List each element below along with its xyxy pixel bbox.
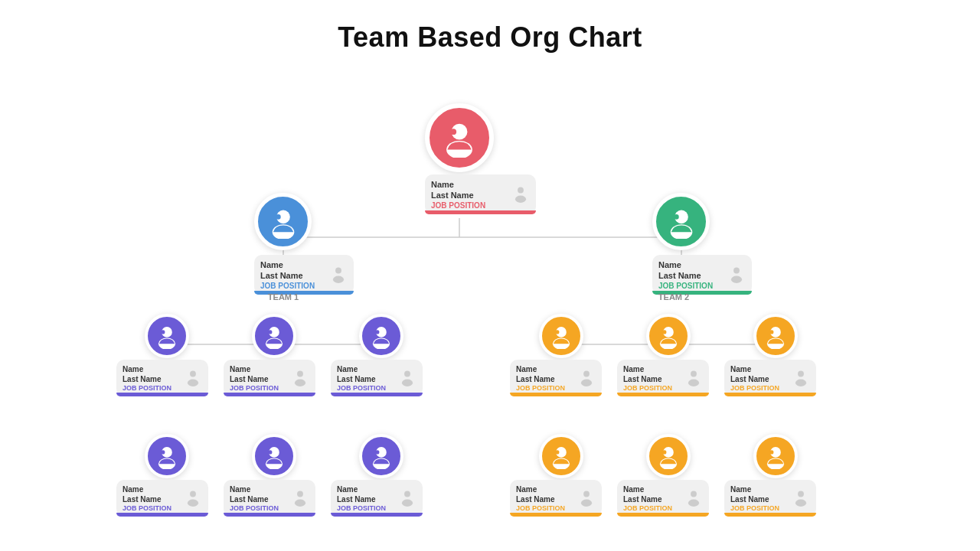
svg-point-60 <box>295 500 305 507</box>
svg-point-33 <box>674 214 679 220</box>
avatar-t2r1m3 <box>753 314 798 358</box>
svg-point-28 <box>276 214 281 220</box>
page-title: Team Based Org Chart <box>0 0 980 61</box>
avatar-t1r1m3 <box>359 314 403 358</box>
svg-point-49 <box>404 371 410 377</box>
svg-point-73 <box>662 330 666 334</box>
svg-point-79 <box>798 371 804 377</box>
svg-point-45 <box>295 380 305 386</box>
avatar-t1r1m2 <box>252 314 296 358</box>
svg-point-25 <box>515 195 526 202</box>
avatar-t1r2m3 <box>359 434 403 478</box>
svg-point-50 <box>402 380 413 386</box>
card-t1r1m1: Name Last Name JOB POSITION <box>116 360 208 396</box>
card-root: Name Last Name JOB POSITION <box>425 174 536 214</box>
svg-point-43 <box>268 330 272 334</box>
svg-point-94 <box>798 491 804 497</box>
avatar-t1r1m1 <box>145 314 189 358</box>
avatar-t2r2m1 <box>539 434 583 478</box>
svg-point-83 <box>555 450 559 454</box>
svg-point-39 <box>190 371 196 377</box>
svg-point-85 <box>581 500 592 507</box>
svg-point-30 <box>333 276 344 282</box>
svg-point-75 <box>688 380 699 386</box>
svg-point-38 <box>161 330 165 334</box>
avatar-root <box>425 103 494 172</box>
svg-point-58 <box>268 450 272 454</box>
svg-point-63 <box>375 450 379 454</box>
avatar-t2r1m2 <box>646 314 691 358</box>
avatar-t1r2m2 <box>252 434 296 478</box>
svg-point-74 <box>691 371 697 377</box>
svg-point-70 <box>581 380 592 386</box>
card-l1-right: Name Last Name JOB POSITION <box>652 255 752 295</box>
svg-point-95 <box>795 500 806 507</box>
svg-point-48 <box>375 330 379 334</box>
chart-wrapper: Name Last Name JOB POSITION Name Last Na… <box>0 61 980 551</box>
svg-point-64 <box>404 491 410 497</box>
svg-point-80 <box>795 380 806 386</box>
card-t2r2m2: Name Last Name JOB POSITION <box>617 480 709 517</box>
svg-point-40 <box>188 380 198 386</box>
card-l1-left: Name Last Name JOB POSITION <box>254 255 354 295</box>
svg-point-24 <box>518 187 524 193</box>
svg-point-88 <box>662 450 666 454</box>
svg-point-65 <box>402 500 413 507</box>
svg-point-59 <box>297 491 303 497</box>
card-t1r2m3: Name Last Name JOB POSITION <box>331 480 423 517</box>
avatar-l1-right <box>652 193 710 250</box>
avatar-t1r2m1 <box>145 434 189 478</box>
svg-point-78 <box>769 330 773 334</box>
svg-point-93 <box>769 450 773 454</box>
svg-point-84 <box>583 491 590 497</box>
card-t1r2m2: Name Last Name JOB POSITION <box>224 480 315 517</box>
svg-point-54 <box>190 491 196 497</box>
avatar-l1-left <box>254 193 312 250</box>
svg-point-68 <box>555 330 559 334</box>
team2-label: TEAM 2 <box>628 292 720 302</box>
card-t2r2m3: Name Last Name JOB POSITION <box>724 480 816 517</box>
card-t1r2m1: Name Last Name JOB POSITION <box>116 480 208 517</box>
svg-point-53 <box>161 450 165 454</box>
avatar-t2r2m2 <box>646 434 691 478</box>
avatar-t2r1m1 <box>539 314 583 358</box>
card-t1r1m3: Name Last Name JOB POSITION <box>331 360 423 396</box>
svg-point-29 <box>335 267 341 273</box>
team1-label: TEAM 1 <box>237 292 329 302</box>
svg-point-89 <box>691 491 697 497</box>
card-t2r2m1: Name Last Name JOB POSITION <box>510 480 602 517</box>
card-t1r1m2: Name Last Name JOB POSITION <box>224 360 315 396</box>
card-t2r1m1: Name Last Name JOB POSITION <box>510 360 602 396</box>
svg-point-34 <box>733 267 740 273</box>
card-t2r1m3: Name Last Name JOB POSITION <box>724 360 816 396</box>
avatar-t2r2m3 <box>753 434 798 478</box>
svg-point-69 <box>583 371 590 377</box>
svg-point-90 <box>688 500 699 507</box>
svg-point-23 <box>450 129 456 135</box>
svg-point-55 <box>188 500 198 507</box>
svg-point-35 <box>731 276 742 282</box>
card-t2r1m2: Name Last Name JOB POSITION <box>617 360 709 396</box>
svg-point-44 <box>297 371 303 377</box>
